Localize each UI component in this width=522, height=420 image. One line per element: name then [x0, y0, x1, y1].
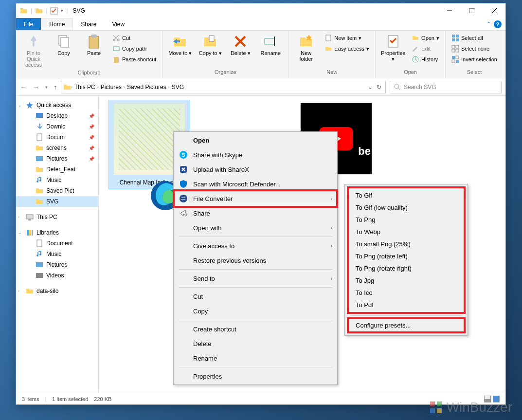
ctx-share-skype[interactable]: SShare with Skype: [175, 147, 336, 162]
copy-button[interactable]: Copy: [50, 33, 77, 57]
ctx-cut[interactable]: Cut: [175, 289, 336, 304]
sidebar-quick-access[interactable]: ⌄ Quick access: [16, 100, 98, 110]
sidebar-lib-documents[interactable]: Document: [16, 238, 98, 249]
ctx-copy[interactable]: Copy: [175, 304, 336, 318]
ctx-share[interactable]: Share: [175, 206, 336, 220]
ctx-properties[interactable]: Properties: [175, 369, 336, 383]
tab-share[interactable]: Share: [73, 18, 104, 30]
view-thumbnails-button[interactable]: [493, 396, 500, 402]
sidebar-data-silo[interactable]: ›data-silo: [16, 286, 98, 296]
ctx-create-shortcut[interactable]: Create shortcut: [175, 322, 336, 336]
ctx-delete[interactable]: Delete: [175, 336, 336, 351]
ctx-give-access[interactable]: Give access to›: [175, 238, 336, 253]
open-button[interactable]: Open ▾: [410, 33, 441, 43]
cut-button[interactable]: Cut: [110, 33, 158, 43]
select-all-button[interactable]: Select all: [450, 33, 499, 43]
sidebar-item-defer[interactable]: Defer_Feat: [16, 164, 98, 175]
close-button[interactable]: [483, 3, 505, 18]
bc-svg[interactable]: SVG: [170, 84, 186, 91]
dropdown-icon[interactable]: ⌄: [368, 84, 373, 91]
svg-rect-25: [452, 38, 455, 41]
ribbon-group-organize: Move to ▾ Copy to ▾ Delete ▾ Rename Orga…: [162, 31, 288, 78]
move-to-button[interactable]: Move to ▾: [166, 33, 194, 57]
sidebar-item-downloads[interactable]: Downlc📌: [16, 121, 98, 132]
recent-button[interactable]: ▾: [45, 85, 48, 90]
breadcrumb[interactable]: › This PC› Pictures› Saved Pictures› SVG…: [61, 81, 386, 93]
bc-this-pc[interactable]: This PC: [72, 84, 97, 91]
sidebar-libraries[interactable]: ⌄Libraries: [16, 227, 98, 238]
ctx-open-with[interactable]: Open with›: [175, 220, 336, 235]
ctx-file-converter[interactable]: File Converter›: [175, 191, 336, 206]
sidebar-item-saved-pict[interactable]: Saved Pict: [16, 185, 98, 196]
select-none-button[interactable]: Select none: [450, 43, 499, 54]
paste-icon: [86, 34, 102, 49]
tab-home[interactable]: Home: [41, 18, 73, 30]
pin-icon: 📌: [89, 113, 94, 119]
collapse-ribbon[interactable]: ⌃: [486, 21, 491, 27]
new-item-button[interactable]: New item ▾: [323, 33, 371, 43]
sidebar-item-music[interactable]: Music: [16, 175, 98, 185]
up-button[interactable]: ↑: [54, 83, 57, 91]
help-button[interactable]: ?: [494, 20, 502, 28]
sub-to-png[interactable]: To Png: [351, 214, 462, 226]
search-input[interactable]: Search SVG: [390, 81, 502, 93]
sidebar-item-pictures[interactable]: Pictures📌: [16, 153, 98, 164]
bc-saved[interactable]: Saved Pictures: [125, 84, 168, 91]
sub-configure-presets[interactable]: Configure presets...: [351, 319, 462, 331]
svg-point-35: [395, 84, 399, 88]
sub-to-small-png[interactable]: To small Png (25%): [351, 238, 462, 250]
sidebar-item-svg[interactable]: SVG: [16, 196, 98, 207]
sub-to-gif[interactable]: To Gif: [351, 189, 462, 201]
sidebar-this-pc[interactable]: ›This PC: [16, 212, 98, 222]
paste-shortcut-button[interactable]: Paste shortcut: [110, 54, 158, 65]
rename-button[interactable]: Rename: [257, 33, 284, 57]
sub-to-ico[interactable]: To Ico: [351, 287, 462, 299]
svg-rect-42: [27, 230, 29, 236]
folder-icon: [35, 7, 43, 15]
tab-view[interactable]: View: [104, 18, 132, 30]
invert-selection-button[interactable]: Invert selection: [450, 54, 499, 65]
sidebar-lib-pictures[interactable]: Pictures: [16, 259, 98, 270]
invert-icon: [451, 55, 459, 63]
refresh-button[interactable]: ↻: [377, 84, 381, 91]
sidebar-item-documents[interactable]: Docum📌: [16, 132, 98, 143]
ctx-open[interactable]: Open: [175, 133, 336, 147]
sub-to-webp[interactable]: To Webp: [351, 226, 462, 238]
tab-file[interactable]: File: [16, 18, 41, 30]
sub-to-png-rotate-right[interactable]: To Png (rotate right): [351, 262, 462, 274]
separator: [179, 367, 332, 367]
view-details-button[interactable]: [484, 396, 491, 402]
star-icon: [26, 101, 34, 109]
ctx-restore[interactable]: Restore previous versions: [175, 253, 336, 268]
maximize-button[interactable]: [461, 3, 483, 18]
properties-button[interactable]: Properties ▾: [379, 33, 407, 63]
sidebar-item-screens[interactable]: screens📌: [16, 143, 98, 153]
ctx-rename[interactable]: Rename: [175, 351, 336, 365]
checkbox-icon[interactable]: [50, 7, 58, 15]
sub-to-gif-low[interactable]: To Gif (low quality): [351, 201, 462, 214]
svg-rect-26: [456, 38, 459, 41]
qat-dropdown[interactable]: ▾: [61, 8, 63, 13]
paste-button[interactable]: Paste: [80, 33, 108, 57]
ctx-scan-defender[interactable]: Scan with Microsoft Defender...: [175, 177, 336, 191]
copy-path-icon: [112, 45, 120, 53]
sub-to-jpg[interactable]: To Jpg: [351, 274, 462, 287]
svg-rect-33: [456, 56, 459, 59]
easy-access-button[interactable]: Easy access ▾: [323, 43, 371, 54]
delete-button[interactable]: Delete ▾: [227, 33, 254, 57]
copy-path-button[interactable]: Copy path: [110, 43, 158, 54]
sidebar-item-desktop[interactable]: Desktop📌: [16, 110, 98, 121]
sidebar-lib-videos[interactable]: Videos: [16, 270, 98, 281]
copy-to-button[interactable]: Copy to ▾: [197, 33, 224, 57]
chevron-right-icon: ›: [331, 243, 332, 249]
sub-to-pdf[interactable]: To Pdf: [351, 299, 462, 311]
ctx-upload-sharex[interactable]: Upload with ShareX: [175, 162, 336, 177]
chevron-right-icon: ›: [331, 276, 332, 281]
sub-to-png-rotate-left[interactable]: To Png (rotate left): [351, 250, 462, 262]
bc-pictures[interactable]: Pictures: [99, 84, 124, 91]
sidebar-lib-music[interactable]: Music: [16, 249, 98, 259]
minimize-button[interactable]: [438, 3, 461, 18]
ctx-send-to[interactable]: Send to›: [175, 271, 336, 286]
history-button[interactable]: History: [410, 54, 441, 65]
new-folder-button[interactable]: New folder: [292, 33, 320, 63]
